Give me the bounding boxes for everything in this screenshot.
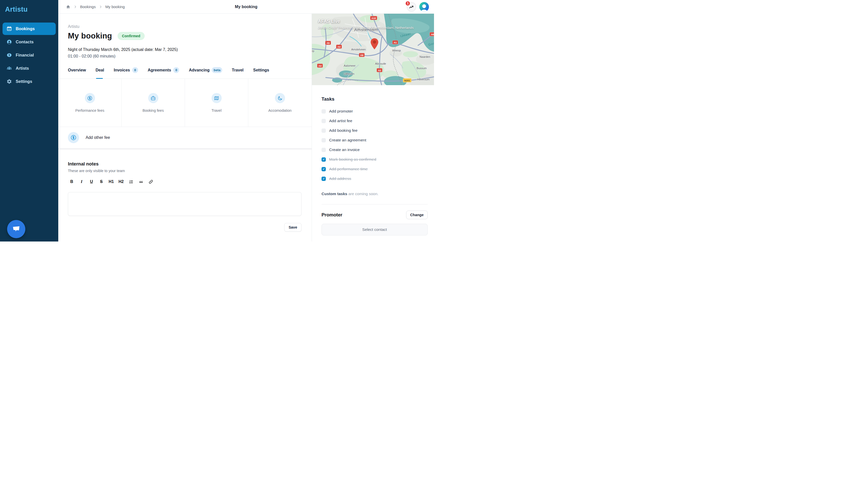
ordered-list-button[interactable]	[127, 178, 135, 185]
tab[interactable]: Advancing beta	[189, 67, 222, 79]
fee-card[interactable]: Booking fees	[122, 79, 185, 127]
tab[interactable]: Travel	[232, 67, 244, 79]
person-icon	[7, 39, 12, 44]
sidebar-item-label: Bookings	[16, 26, 35, 31]
venue-address: Johan Cruijff Boulevard 590, 1101 DS Ams…	[318, 26, 414, 30]
activity-button[interactable]: 1	[407, 2, 416, 12]
booking-tabs: Overview Deal Invoices 0	[58, 67, 312, 79]
tab[interactable]: Agreements 0	[148, 67, 179, 79]
task-list: ✓ Add promoter ✓ Add artist fee ✓	[321, 109, 428, 185]
tab-label: Invoices	[114, 68, 130, 72]
task-label: Create an agreement	[329, 138, 366, 143]
checkmark-icon: ✓	[322, 168, 325, 171]
task-row: ✓ Create an agreement	[321, 137, 428, 143]
fee-card-label: Booking fees	[143, 109, 164, 113]
add-other-fee-label: Add other fee	[86, 135, 110, 140]
ordered-list-icon	[129, 179, 133, 184]
bold-button[interactable]: B	[68, 178, 75, 185]
map-icon	[212, 93, 222, 103]
checkmark-icon: ✓	[322, 158, 325, 161]
booking-detail: Artistu My booking Confirmed Night of Th…	[58, 14, 312, 241]
sidebar-item[interactable]: Settings	[3, 75, 56, 88]
map-label: Aalsmeer	[344, 64, 355, 67]
task-checkbox[interactable]: ✓	[321, 128, 326, 133]
tab-label: Settings	[253, 68, 269, 72]
fee-card[interactable]: Performance fees	[58, 79, 122, 127]
tab-label: Deal	[95, 68, 104, 72]
map-label: A1	[393, 40, 398, 44]
dollar-icon: $	[7, 53, 12, 58]
breadcrumb-link[interactable]: Bookings	[80, 5, 96, 9]
chevron-right-icon	[99, 5, 102, 9]
chevron-right-icon	[73, 5, 77, 9]
sidebar-item[interactable]: Bookings	[3, 23, 56, 35]
add-other-fee-button[interactable]: Add other fee	[58, 127, 312, 148]
checkmark-icon: ✓	[322, 177, 325, 180]
dollar-circle-icon	[85, 93, 95, 103]
task-checkbox[interactable]: ✓	[321, 109, 326, 114]
notification-badge: 1	[405, 1, 410, 6]
chat-bubble-icon	[12, 225, 21, 233]
task-row: ✓ Add promoter	[321, 109, 428, 114]
app-logo: Artistu	[5, 6, 58, 13]
custom-tasks-note: Custom tasks are coming soon.	[321, 191, 428, 196]
map-label: Hoofddorp	[312, 50, 314, 53]
tab-label: Agreements	[148, 68, 171, 72]
tab-badge: 0	[173, 67, 179, 73]
people-icon	[7, 66, 12, 71]
map-label: A2	[377, 68, 382, 72]
map-label: N201	[403, 79, 411, 82]
change-promoter-button[interactable]: Change	[406, 211, 428, 219]
map-label: Bussum	[416, 67, 427, 70]
tab[interactable]: Invoices 0	[114, 67, 138, 79]
tab[interactable]: Overview	[68, 67, 86, 79]
underline-button[interactable]: U	[88, 178, 95, 185]
moon-icon	[275, 93, 285, 103]
notes-toolbar: B I U	[68, 178, 302, 185]
sidebar-nav: Bookings Contacts $ Financial Artists	[0, 23, 58, 88]
tab-label: Overview	[68, 68, 86, 72]
avatar-head-shape	[422, 4, 426, 8]
italic-button[interactable]: I	[78, 178, 85, 185]
internal-notes-section: Internal notes These are only visible to…	[58, 150, 312, 232]
map-label: Abcoude	[375, 62, 386, 65]
notes-input[interactable]	[68, 192, 302, 216]
chat-fab-button[interactable]	[7, 220, 25, 238]
tab[interactable]: Settings	[253, 67, 269, 79]
fee-cards: Performance fees Booking fees Travel	[58, 79, 312, 127]
fee-card[interactable]: Accomodation	[248, 79, 312, 127]
heading2-button[interactable]: H2	[117, 178, 125, 185]
promoter-title: Promoter	[321, 212, 342, 218]
user-avatar[interactable]	[419, 2, 429, 12]
task-label: Mark booking as confirmed	[329, 157, 376, 162]
venue-map[interactable]: Amsterdam IJmeer Amstelveen Weesp Naarde…	[312, 14, 434, 85]
breadcrumb: Bookings My booking	[66, 5, 125, 9]
save-button[interactable]: Save	[284, 223, 302, 232]
sidebar-item[interactable]: $ Financial	[3, 49, 56, 61]
venue-name: AFAS Live	[318, 19, 414, 24]
booking-date: Night of Thursday March 6th, 2025 (actua…	[68, 48, 302, 52]
task-checkbox[interactable]: ✓	[321, 167, 326, 171]
task-checkbox[interactable]: ✓	[321, 138, 326, 143]
select-contact-button[interactable]: Select contact	[321, 224, 428, 235]
breadcrumb-link[interactable]: My booking	[105, 5, 125, 9]
sidebar-item-label: Artists	[16, 66, 29, 71]
task-checkbox[interactable]: ✓	[321, 119, 326, 123]
status-badge: Confirmed	[118, 32, 145, 40]
fee-card-label: Performance fees	[75, 109, 104, 113]
strikethrough-button[interactable]: S	[97, 178, 105, 185]
sidebar-item[interactable]: Artists	[3, 62, 56, 74]
fee-card[interactable]: Travel	[185, 79, 248, 127]
home-icon[interactable]	[66, 5, 70, 9]
task-checkbox[interactable]: ✓	[321, 148, 326, 152]
link-button[interactable]	[147, 178, 155, 185]
task-checkbox[interactable]: ✓	[321, 157, 326, 162]
tab[interactable]: Deal	[95, 67, 104, 79]
sidebar-item[interactable]: Contacts	[3, 36, 56, 48]
quote-button[interactable]	[137, 178, 145, 185]
task-checkbox[interactable]: ✓	[321, 177, 326, 181]
page-title: My booking	[68, 31, 112, 40]
dollar-circle-icon	[68, 132, 79, 143]
heading1-button[interactable]: H1	[107, 178, 115, 185]
sidebar-item-label: Contacts	[16, 39, 34, 44]
